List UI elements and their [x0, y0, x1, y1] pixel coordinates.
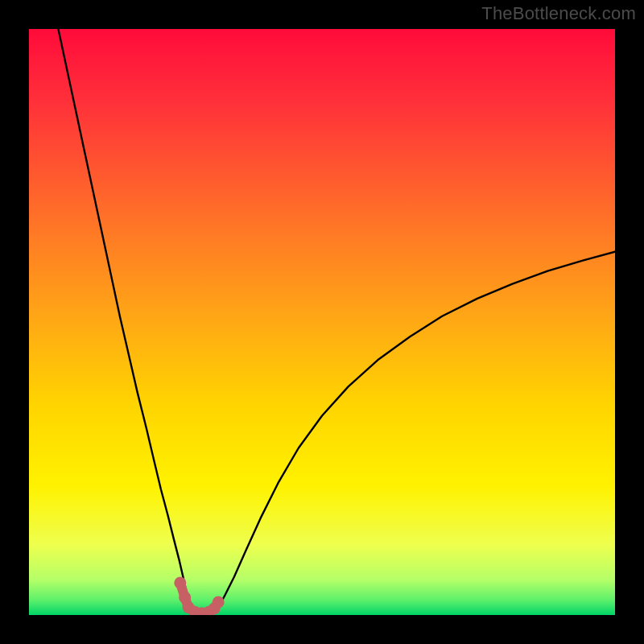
marker-dot [213, 596, 225, 608]
marker-dot [174, 576, 186, 588]
plot-area [29, 29, 615, 615]
chart-frame: TheBottleneck.com [0, 0, 644, 644]
watermark-text: TheBottleneck.com [481, 3, 636, 24]
chart-svg [29, 29, 615, 615]
gradient-background [29, 29, 615, 615]
